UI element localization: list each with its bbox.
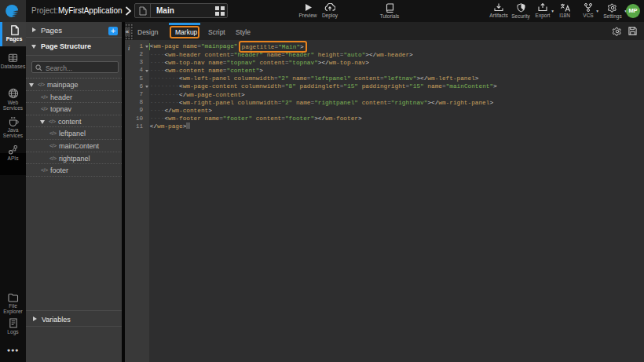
svg-text:i: i [128, 45, 130, 51]
